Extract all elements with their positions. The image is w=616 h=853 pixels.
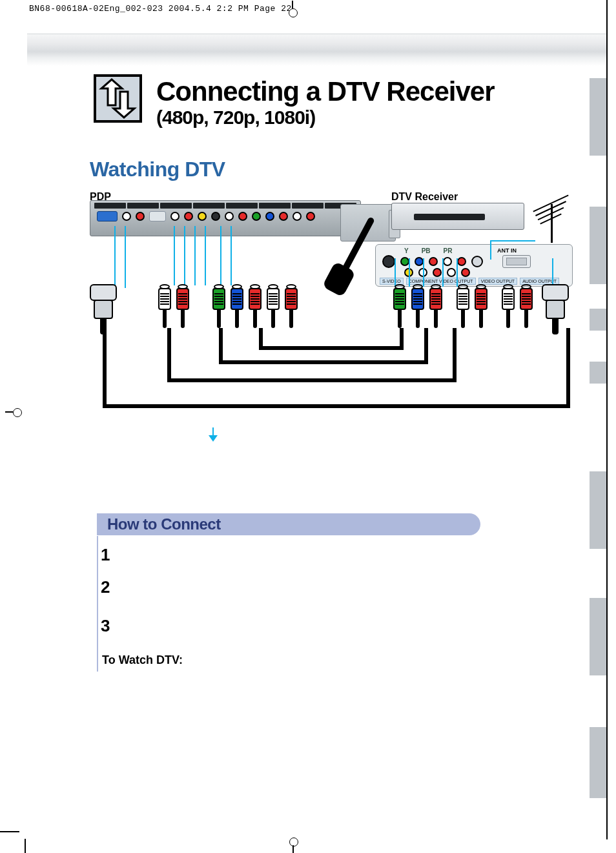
crop-mark-icon [5, 406, 21, 418]
how-to-connect-label: How to Connect [107, 515, 221, 533]
rca-plug-icon [520, 284, 533, 328]
rca-plug-icon [285, 284, 298, 328]
guide-line [552, 258, 553, 287]
cable-wire [259, 346, 404, 350]
pdp-back-panel [90, 200, 361, 236]
crop-mark-icon [0, 831, 19, 832]
cable-wire [103, 404, 570, 408]
component-pb-label: PB [422, 247, 431, 254]
port-icon [461, 268, 470, 277]
dvi-port-icon [149, 211, 166, 221]
svideo-port-icon [382, 255, 395, 268]
crop-mark-icon [25, 839, 26, 853]
rca-plug-icon [231, 284, 243, 328]
header-band [27, 34, 606, 66]
cable-plug-group-right [393, 284, 533, 328]
guide-line [220, 226, 221, 285]
rca-plug-icon [212, 284, 225, 328]
cable-wire [453, 328, 457, 382]
component-y-port-icon [400, 257, 409, 266]
audio-port-icon [306, 212, 315, 221]
to-watch-dtv-label: To Watch DTV: [102, 653, 183, 667]
vga-port-icon [97, 211, 118, 221]
rca-plug-icon [457, 284, 469, 328]
how-to-connect-heading: How to Connect [97, 513, 480, 535]
arrows-up-down-icon [96, 77, 139, 120]
cable-wire [400, 328, 404, 350]
edge-tab [590, 471, 606, 549]
page-title: Connecting a DTV Receiver [156, 76, 494, 107]
edge-tab [590, 598, 606, 675]
guide-line [395, 258, 396, 287]
guide-line [231, 226, 232, 285]
step-number: 1 [101, 545, 110, 565]
audio-port-icon [238, 212, 247, 221]
page-subtitle: (480p, 720p, 1080i) [156, 107, 315, 128]
component-y-label: Y [404, 247, 409, 254]
guide-line [194, 226, 196, 285]
audio-port-icon [136, 212, 145, 221]
cable-plug-group-left [158, 284, 298, 328]
ant-in-port-icon [471, 256, 483, 267]
component-pr-label: PR [444, 247, 453, 254]
audio-port-icon [184, 212, 193, 221]
svideo-port-icon [211, 212, 220, 221]
step-number: 3 [101, 616, 110, 636]
audio-port-icon [170, 212, 180, 221]
print-slug: BN68-00618A-02Eng_002-023 2004.5.4 2:2 P… [29, 4, 292, 14]
connection-diagram: Y PB PR ANT IN [90, 200, 574, 471]
vertical-rule [97, 536, 98, 672]
component-pr-port-icon [279, 212, 288, 221]
rca-plug-icon [411, 284, 424, 328]
ant-in-label: ANT IN [497, 247, 517, 254]
video-port-icon [198, 212, 207, 221]
edge-tab [590, 207, 606, 284]
crop-mark-icon [606, 0, 608, 839]
rca-plug-icon [502, 284, 515, 328]
rca-plug-icon [249, 284, 262, 328]
guide-line [423, 258, 424, 287]
edge-tab [590, 309, 606, 331]
guide-line [125, 226, 126, 288]
rca-plug-icon [158, 284, 171, 328]
cable-wire [219, 360, 428, 364]
component-y-port-icon [252, 212, 261, 221]
edge-tab [590, 727, 606, 798]
audio-port-icon [122, 212, 131, 221]
connect-icon [94, 74, 142, 123]
dvi-port-icon [502, 255, 531, 268]
guide-line [205, 226, 206, 285]
step-number: 2 [101, 577, 110, 597]
receiver-back-panel: Y PB PR ANT IN [375, 244, 573, 287]
audio-port-icon [457, 257, 466, 266]
guide-line [490, 240, 491, 260]
cable-wire [259, 328, 263, 350]
guide-line [457, 258, 458, 287]
port-icon [447, 268, 456, 277]
rca-plug-icon [176, 284, 189, 328]
component-pb-port-icon [265, 212, 274, 221]
rca-plug-icon [267, 284, 280, 328]
cable-wire [424, 328, 428, 364]
audio-port-icon [225, 212, 234, 221]
antenna-icon [531, 198, 573, 236]
section-heading: Watching DTV [90, 158, 225, 181]
rca-plug-icon [429, 284, 442, 328]
crop-mark-icon [287, 838, 300, 853]
dvi-cable-plug-icon [542, 284, 569, 334]
edge-tab [590, 78, 606, 156]
guide-line [114, 226, 116, 288]
cable-wire [103, 328, 107, 408]
cable-wire [219, 328, 223, 364]
rca-plug-icon [393, 284, 406, 328]
page: BN68-00618A-02Eng_002-023 2004.5.4 2:2 P… [0, 0, 616, 853]
crop-mark-icon [286, 1, 299, 16]
guide-line [490, 240, 535, 242]
cable-wire [167, 328, 171, 382]
audio-port-icon [443, 257, 452, 266]
audio-port-icon [293, 212, 302, 221]
svg-rect-0 [96, 77, 139, 120]
guide-line [409, 258, 410, 287]
dvi-cable-plug-icon [90, 284, 117, 334]
cable-wire [167, 378, 457, 382]
